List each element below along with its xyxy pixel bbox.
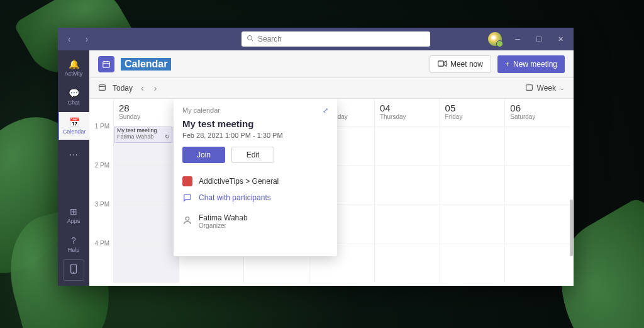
organizer-row: Fatima Wahab Organizer: [182, 213, 328, 229]
rail-label: Calendar: [63, 128, 86, 135]
new-meeting-label: New meeting: [513, 60, 557, 69]
video-icon: [438, 60, 447, 69]
more-icon: ⋯: [69, 150, 78, 160]
help-icon: ?: [71, 235, 76, 246]
prev-period-button[interactable]: ‹: [139, 83, 146, 93]
day-header[interactable]: 05 Friday: [440, 99, 505, 127]
calendar-toolbar: Today ‹ › Week ⌄: [89, 78, 574, 98]
organizer-role: Organizer: [199, 222, 248, 229]
popover-title: My test meeting: [182, 118, 328, 129]
calendar-badge-icon: [98, 56, 114, 72]
svg-rect-8: [438, 60, 444, 65]
phone-icon: [70, 264, 77, 276]
svg-point-13: [186, 217, 189, 220]
search-placeholder: Search: [258, 35, 282, 43]
popover-time: Feb 28, 2021 1:00 PM - 1:30 PM: [182, 132, 328, 139]
svg-rect-12: [526, 85, 532, 91]
channel-row[interactable]: AddictiveTips > General: [182, 173, 328, 189]
nav-forward-button[interactable]: ›: [79, 31, 94, 47]
next-period-button[interactable]: ›: [152, 83, 159, 93]
meet-now-button[interactable]: Meet now: [430, 55, 491, 73]
chat-row[interactable]: Chat with participants: [182, 189, 328, 206]
channel-icon: [182, 176, 192, 186]
rail-more[interactable]: ⋯: [58, 141, 89, 169]
recurring-icon: ↻: [165, 134, 170, 140]
today-button[interactable]: Today: [113, 84, 133, 93]
rail-label: Activity: [65, 71, 83, 77]
rail-help[interactable]: ? Help: [58, 230, 89, 258]
chat-link: Chat with participants: [199, 193, 271, 202]
event-subtitle: Fatima Wahab: [117, 134, 153, 140]
day-header[interactable]: 28 Sunday: [113, 99, 179, 127]
person-icon: [182, 215, 192, 227]
join-button[interactable]: Join: [182, 147, 225, 163]
view-icon: [525, 83, 533, 93]
rail-chat[interactable]: 💬 Chat: [58, 83, 89, 111]
scrollbar-thumb[interactable]: [570, 200, 573, 256]
nav-back-button[interactable]: ‹: [62, 31, 77, 47]
app-window: ‹ › Search ─ ☐ ✕ 🔔 Activity 💬 Chat 📅: [58, 28, 574, 286]
meeting-popover: My calendar ⤢ My test meeting Feb 28, 20…: [174, 99, 337, 256]
chevron-down-icon: ⌄: [560, 85, 565, 91]
svg-rect-4: [103, 61, 110, 67]
organizer-name: Fatima Wahab: [199, 213, 248, 222]
calendar-grid[interactable]: 28 Sunday 01 Monday 02 Tuesday 03 Wednes…: [89, 98, 574, 286]
user-avatar[interactable]: [488, 32, 502, 46]
chat-icon: [182, 193, 192, 203]
rail-calendar[interactable]: 📅 Calendar: [58, 112, 89, 140]
time-gutter: 1 PM 2 PM 3 PM 4 PM: [89, 127, 113, 283]
expand-icon[interactable]: ⤢: [323, 106, 328, 115]
rail-label: Chat: [67, 99, 79, 106]
search-icon: [247, 35, 254, 44]
svg-point-0: [248, 35, 252, 40]
rail-label: Apps: [67, 218, 80, 224]
rail-mobile-button[interactable]: [63, 259, 84, 281]
calendar-icon: 📅: [69, 117, 80, 127]
search-input[interactable]: Search: [242, 31, 430, 47]
window-close-button[interactable]: ✕: [551, 30, 570, 48]
svg-rect-10: [99, 85, 106, 91]
titlebar: ‹ › Search ─ ☐ ✕: [58, 28, 574, 50]
day-header[interactable]: 04 Thursday: [374, 99, 440, 127]
window-minimize-button[interactable]: ─: [508, 30, 527, 48]
rail-label: Help: [68, 247, 80, 253]
plus-icon: +: [505, 60, 509, 69]
view-selector[interactable]: Week: [537, 84, 556, 93]
apps-icon: ⊞: [70, 206, 77, 217]
meet-now-label: Meet now: [450, 60, 483, 69]
day-header[interactable]: 06 Saturday: [504, 99, 570, 127]
page-header: Calendar Meet now + New meeting: [89, 50, 574, 78]
bell-icon: 🔔: [69, 59, 79, 69]
rail-activity[interactable]: 🔔 Activity: [58, 54, 89, 82]
page-title: Calendar: [121, 58, 171, 71]
rail-apps[interactable]: ⊞ Apps: [58, 201, 89, 229]
calendar-event[interactable]: My test meeting Fatima Wahab ↻: [114, 127, 172, 143]
new-meeting-button[interactable]: + New meeting: [497, 55, 565, 73]
svg-marker-9: [444, 60, 447, 65]
nav-rail: 🔔 Activity 💬 Chat 📅 Calendar ⋯ ⊞ Apps ?: [58, 50, 89, 286]
edit-button[interactable]: Edit: [231, 147, 274, 163]
main-area: Calendar Meet now + New meeting Today: [89, 50, 574, 286]
chat-icon: 💬: [69, 88, 79, 98]
svg-line-1: [252, 39, 253, 41]
channel-text: AddictiveTips > General: [199, 177, 279, 186]
popover-caption: My calendar: [182, 106, 220, 115]
window-maximize-button[interactable]: ☐: [530, 30, 548, 48]
today-icon: [98, 83, 106, 93]
